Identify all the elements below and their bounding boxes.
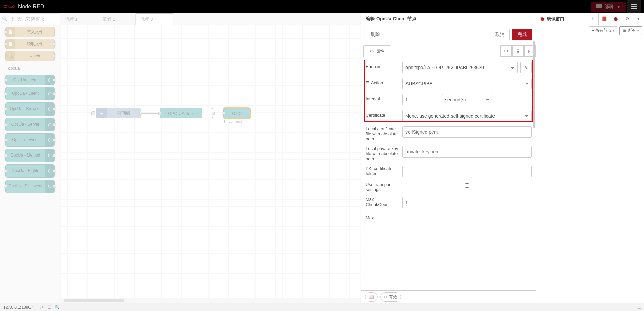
palette-node-opcua-browser[interactable]: OpcUa - Browser⬡ <box>5 102 55 116</box>
debug-clear-button[interactable]: 🗑所有▾ <box>619 26 642 35</box>
debug-messages <box>536 36 644 303</box>
edit-endpoint-button[interactable]: ✎ <box>520 62 532 73</box>
local-key-label: Local private key file with absolute pat… <box>366 146 399 161</box>
node-status: connect <box>224 119 242 123</box>
status-url: 127.0.0.1:1880/# <box>0 305 37 310</box>
tab-description-button[interactable]: 🗎 <box>512 45 524 57</box>
app-title: Node-RED <box>18 4 44 10</box>
app-logo: Node-RED <box>3 4 44 10</box>
local-cert-label: Local certificate file with absolute pat… <box>366 126 399 141</box>
pki-folder-input[interactable] <box>402 166 532 177</box>
enabled-toggle[interactable]: 有效 <box>380 292 401 302</box>
action-label: ☰Action <box>366 78 399 85</box>
editor-scrollbar[interactable] <box>533 41 536 290</box>
book-icon: 📖 <box>369 294 374 299</box>
status-bar: 127.0.0.1:1880/# ⮍ ☰ 🔍 🖵 <box>0 303 644 311</box>
cancel-button[interactable]: 取消 <box>490 29 510 40</box>
flow-node-opcua-item[interactable]: OPC UA Item ⬡ <box>160 108 213 118</box>
add-tab-button[interactable]: ＋ <box>173 13 185 25</box>
footer-list-button[interactable]: ☰ <box>45 305 53 310</box>
transport-checkbox[interactable] <box>465 183 469 188</box>
footer-collapse-button[interactable]: ⮍ <box>37 305 45 310</box>
flow-node-inject[interactable]: ➜ 时间戳 <box>96 108 141 118</box>
deploy-button[interactable]: 部署 ▼ <box>591 2 626 12</box>
app-header: Node-RED 部署 ▼ <box>0 0 644 13</box>
more-label: Max <box>366 213 399 220</box>
interval-unit-select[interactable]: second(s) <box>442 94 492 105</box>
sidebar-help-button[interactable]: 📕 <box>598 13 610 25</box>
flow-node-opcua-client[interactable]: OPC connect <box>223 108 250 118</box>
palette-search[interactable]: 🔍 <box>0 13 60 25</box>
editor-title: 编辑 OpcUa-Client 节点 <box>361 13 536 25</box>
local-key-input[interactable] <box>402 146 532 158</box>
done-button[interactable]: 完成 <box>512 29 532 40</box>
tab-flow-2[interactable]: 流程 2 <box>98 13 136 25</box>
palette-node-opcua-method[interactable]: OpcUa - Method⬡ <box>5 149 55 162</box>
deploy-icon <box>596 4 602 9</box>
debug-filter-button[interactable]: ▾所有节点▾ <box>589 26 617 35</box>
filter-icon: ▾ <box>592 28 594 33</box>
sidebar: 🐞调试窗口 i 📕 🐞 ⚙ ▾ ▾所有节点▾ 🗑所有▾ <box>536 13 644 303</box>
sidebar-debug-button[interactable]: 🐞 <box>610 13 621 25</box>
certificate-label: Certificate <box>366 110 399 118</box>
chevron-down-icon: ▼ <box>617 5 620 9</box>
sidebar-config-button[interactable]: ⚙ <box>621 13 633 25</box>
file-icon: 📄 <box>6 27 15 37</box>
palette: 🔍 📄写入文件 📄读取文件 🔍watch ⌄opcua OpcUa - Item… <box>0 13 60 303</box>
action-select[interactable]: SUBSCRIBE <box>402 78 532 89</box>
palette-node-opcua-discovery[interactable]: OpcUa - Discovery⬡ <box>5 180 55 193</box>
gear-icon: ⚙ <box>370 49 374 54</box>
palette-node-file-write[interactable]: 📄写入文件 <box>5 27 55 37</box>
endpoint-select[interactable]: opc.tcp://LAPTOP-R62OPABO:53530 <box>402 62 518 73</box>
palette-node-opcua-event[interactable]: OpcUa - Event⬡ <box>5 133 55 147</box>
file-icon: 📄 <box>6 39 15 49</box>
svg-point-3 <box>597 7 598 7</box>
palette-node-watch[interactable]: 🔍watch <box>5 51 55 61</box>
local-cert-input[interactable] <box>402 126 532 138</box>
tab-flow-3[interactable]: 流程 3 <box>136 13 173 25</box>
arrow-right-icon: ➜ <box>96 108 107 118</box>
palette-node-file-read[interactable]: 📄读取文件 <box>5 39 55 49</box>
transport-label: Use transport settings <box>366 182 399 192</box>
palette-category-opcua[interactable]: ⌄opcua <box>0 63 60 73</box>
certificate-select[interactable]: None, use generated self-signed certific… <box>402 110 532 122</box>
search-icon: 🔍 <box>2 16 7 21</box>
tab-flow-1[interactable]: 流程 1 <box>60 13 98 25</box>
palette-node-opcua-rights[interactable]: OpcUa - Rights⬡ <box>5 164 55 178</box>
sidebar-info-button[interactable]: i <box>587 13 598 25</box>
list-icon: ☰ <box>366 80 370 85</box>
palette-node-opcua-server[interactable]: OpcUa - Server⬡ <box>5 118 55 131</box>
sidebar-tab-debug[interactable]: 🐞调试窗口 <box>536 13 587 25</box>
pencil-icon: ✎ <box>524 65 528 70</box>
footer-search-button[interactable]: 🔍 <box>53 305 61 310</box>
inject-button[interactable] <box>91 111 95 115</box>
main-menu-button[interactable] <box>627 0 641 13</box>
search-icon: 🔍 <box>6 51 15 61</box>
chevron-down-icon: ⌄ <box>3 66 6 70</box>
bug-icon: 🐞 <box>540 16 545 21</box>
sidebar-dropdown-button[interactable]: ▾ <box>633 13 644 25</box>
endpoint-label: Endpoint <box>366 62 399 69</box>
palette-node-opcua-item[interactable]: OpcUa - Item⬡ <box>5 75 55 85</box>
palette-node-opcua-client[interactable]: OpcUa - Client⬡ <box>5 87 55 100</box>
interval-label: Interval <box>366 94 399 101</box>
node-editor-tray: 编辑 OpcUa-Client 节点 删除 取消 完成 ⚙属性 ⚙ 🗎 ◰ En… <box>361 13 536 303</box>
maxchunk-input[interactable] <box>402 197 429 208</box>
highlighted-region: Endpoint opc.tcp://LAPTOP-R62OPABO:53530… <box>364 60 533 122</box>
footer-book-button[interactable]: 📖 <box>365 292 378 302</box>
svg-point-2 <box>597 5 598 5</box>
interval-input[interactable] <box>402 94 439 105</box>
editor-form: Endpoint opc.tcp://LAPTOP-R62OPABO:53530… <box>361 57 536 290</box>
footer-popout-button[interactable]: 🖵 <box>635 305 644 310</box>
trash-icon: 🗑 <box>622 28 627 33</box>
pki-folder-label: PKI certificate folder <box>366 166 399 176</box>
logo-icon <box>3 4 15 10</box>
delete-button[interactable]: 删除 <box>366 29 385 40</box>
hamburger-icon <box>631 4 637 9</box>
tab-settings-button[interactable]: ⚙ <box>500 45 512 57</box>
maxchunk-label: Max ChunkCount <box>366 197 399 207</box>
tab-properties[interactable]: ⚙属性 <box>363 45 391 57</box>
